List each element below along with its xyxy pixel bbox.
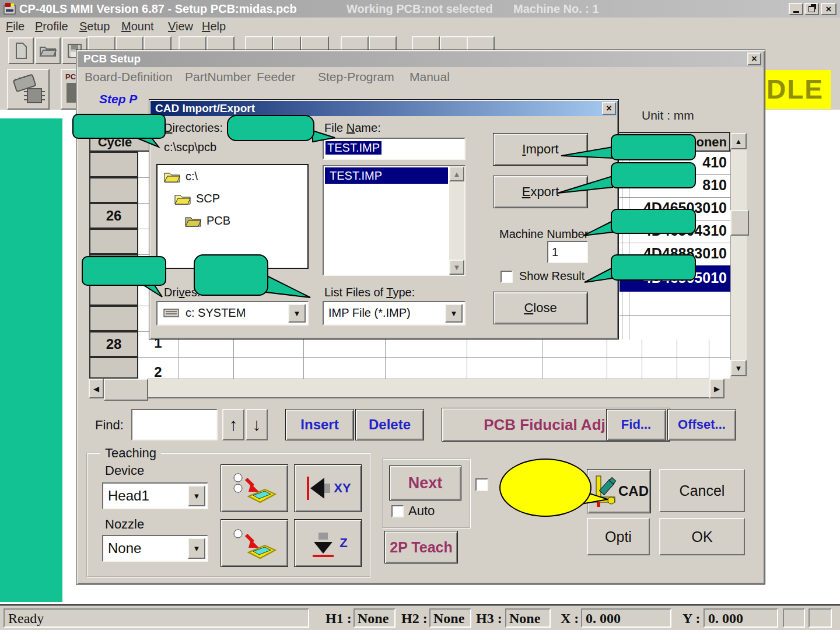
file-listbox[interactable]: TEST.IMP ▲ ▼ (323, 165, 466, 276)
nozzle-combobox[interactable]: None ▼ (102, 535, 208, 562)
toolbar-pcb-button[interactable] (7, 69, 50, 110)
pcb-menu-manual[interactable]: Manual (410, 70, 450, 84)
dropdown-icon: ▼ (193, 544, 201, 553)
table-scroll-left-button[interactable]: ◀ (89, 379, 104, 398)
ok-button[interactable]: OK (659, 518, 745, 555)
close-dialog-button[interactable]: Close (493, 292, 588, 324)
find-down-button[interactable]: ↓ (246, 409, 268, 440)
auto-checkbox[interactable] (391, 505, 404, 517)
file-name-input[interactable]: TEST.IMP (323, 138, 466, 160)
pcb-setup-title: PCB Setup (83, 52, 141, 65)
menu-setup[interactable]: Setup (79, 20, 110, 33)
pcb-setup-close-button[interactable]: × (747, 52, 761, 65)
option-checkbox[interactable] (475, 478, 488, 491)
fid-button[interactable]: Fid... (606, 409, 666, 440)
restore-button[interactable] (804, 3, 819, 15)
cycle-cell[interactable] (89, 152, 138, 177)
device-dropdown-button[interactable]: ▼ (188, 485, 205, 506)
pcb-menu-board-definition[interactable]: Board-Definition (85, 70, 173, 84)
drive-value: c: SYSTEM (186, 306, 246, 320)
table-scroll-up-button[interactable]: ▲ (730, 133, 747, 149)
directory-item[interactable]: SCP (174, 192, 220, 205)
directory-listbox[interactable]: c:\ SCP PCB (156, 164, 309, 269)
grid-line (620, 243, 730, 243)
find-input[interactable] (131, 409, 218, 440)
cycle-cell[interactable]: 28 (89, 331, 138, 357)
main-titlebar: CP-40LS MMI Version 6.87 - Setup PCB:mid… (0, 0, 840, 18)
toolbar-open-button[interactable] (35, 37, 61, 64)
cad-dialog-close-button[interactable]: × (602, 102, 616, 115)
cycle-cell[interactable] (89, 306, 138, 331)
z-arrow-icon (308, 528, 338, 558)
teach-z-button[interactable]: Z (294, 519, 362, 567)
table-vscrollbar-track[interactable] (730, 149, 747, 360)
drive-icon (163, 308, 180, 318)
cycle-cell[interactable]: 26 (89, 203, 138, 229)
pcb-setup-titlebar: PCB Setup (78, 51, 764, 67)
export-button[interactable]: Export (493, 176, 588, 208)
insert-button[interactable]: Insert (285, 409, 354, 440)
table-vscrollbar-thumb[interactable] (730, 210, 749, 236)
grid-line (138, 331, 150, 332)
xy-label: XY (334, 481, 351, 496)
working-pcb-status: Working PCB:not selected (346, 2, 493, 16)
menu-file[interactable]: File (6, 20, 24, 33)
cycle-cell[interactable] (89, 357, 138, 379)
pcb-menu-partnumber[interactable]: PartNumber (185, 70, 251, 84)
drives-combobox[interactable]: c: SYSTEM ▼ (156, 301, 309, 326)
device-combobox[interactable]: Head1 ▼ (102, 482, 208, 509)
dropdown-icon: ▼ (450, 309, 458, 318)
file-type-dropdown-button[interactable]: ▼ (445, 304, 463, 323)
teach-2p-button[interactable]: 2P Teach (384, 531, 458, 564)
delete-button[interactable]: Delete (355, 409, 424, 440)
offset-button[interactable]: Offset... (667, 409, 736, 440)
table-hscrollbar-track[interactable] (146, 379, 709, 398)
table-scroll-down-button[interactable]: ▼ (730, 360, 747, 376)
menu-profile[interactable]: Profile (35, 20, 68, 33)
grid-line (233, 340, 234, 379)
find-up-button[interactable]: ↑ (222, 409, 244, 440)
cycle-cell[interactable] (89, 177, 138, 203)
file-list-scrollbar[interactable] (449, 166, 464, 275)
show-result-checkbox[interactable] (501, 271, 513, 283)
h2-label: H2 : (401, 611, 428, 626)
teach-xy-button[interactable]: XY (294, 464, 362, 512)
import-button[interactable]: Import (493, 133, 588, 166)
show-result-label: Show Result (519, 270, 584, 283)
toolbar-new-button[interactable] (8, 37, 34, 64)
h1-value-panel: None (354, 608, 396, 628)
minimize-button[interactable] (789, 3, 803, 15)
table-scroll-right-button[interactable]: ▶ (709, 379, 724, 398)
directory-item[interactable]: c:\ (163, 170, 198, 183)
directory-item-current[interactable]: PCB (184, 214, 230, 228)
feeder-teach-xy-button[interactable] (220, 464, 288, 512)
pcb-menu-step-program[interactable]: Step-Program (318, 70, 394, 84)
cancel-button[interactable]: Cancel (659, 469, 745, 512)
machine-number-input[interactable]: 1 (547, 241, 588, 263)
table-hscrollbar-thumb[interactable] (104, 379, 148, 401)
cycle-cell[interactable] (89, 229, 138, 254)
file-type-combobox[interactable]: IMP File (*.IMP) ▼ (323, 301, 466, 326)
main-menubar: File Profile Setup Mount View Help (0, 18, 840, 35)
next-button[interactable]: Next (389, 466, 461, 501)
x-value: 0. 000 (586, 611, 621, 626)
drives-dropdown-button[interactable]: ▼ (288, 304, 306, 323)
directory-name: c:\ (186, 170, 198, 183)
x-value-panel: 0. 000 (581, 608, 671, 628)
menu-view[interactable]: View (168, 20, 193, 33)
close-button[interactable]: × (821, 3, 836, 15)
file-list-scroll-up-button[interactable]: ▲ (449, 166, 464, 181)
file-item-selected[interactable]: TEST.IMP (325, 167, 448, 184)
file-list-scroll-down-button[interactable]: ▼ (449, 260, 464, 275)
pcb-menu-feeder[interactable]: Feeder (257, 70, 296, 84)
menu-help[interactable]: Help (202, 20, 226, 33)
nozzle-dropdown-button[interactable]: ▼ (188, 538, 205, 559)
idle-label: DLE (766, 74, 824, 105)
menu-mount[interactable]: Mount (121, 20, 154, 33)
cad-button[interactable]: CAD (587, 469, 651, 513)
opti-button[interactable]: Opti (587, 518, 650, 555)
app-icon (3, 2, 17, 18)
x-label: X : (561, 611, 579, 626)
pc-button-icon (66, 83, 76, 103)
feeder-teach-z-button[interactable] (220, 519, 288, 567)
